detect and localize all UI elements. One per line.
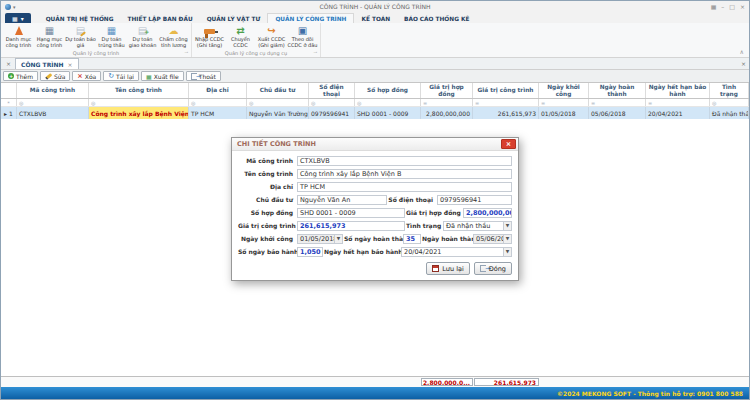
close-dialog-button[interactable]: Đóng	[474, 262, 512, 275]
so-ngay-hoan-thanh-field[interactable]: 35	[403, 234, 421, 244]
chevron-down-icon[interactable]: ▼	[503, 235, 511, 243]
filter-cell[interactable]: ◎	[247, 99, 309, 106]
dialog-body: Mã công trình CTXLBVB Tên công trình Côn…	[232, 151, 518, 280]
column-header[interactable]: Ngày hoàn thành	[589, 83, 646, 98]
column-header[interactable]: Số hợp đồng	[355, 83, 421, 98]
exit-button[interactable]: Thoát	[186, 71, 221, 81]
chu-dau-tu-field[interactable]: Nguyễn Văn An	[297, 195, 387, 205]
table-row[interactable]: ▸ 1 CTXLBVB Công trình xây lắp Bệnh Viện…	[1, 107, 749, 119]
so-ngay-bao-hanh-field[interactable]: 1,050	[297, 247, 323, 257]
ribbon-button-du-toan-bao-gia[interactable]: ▤ Dự toán báo giá	[65, 24, 96, 49]
tab-quan-ly-cong-trinh[interactable]: QUẢN LÝ CÔNG TRÌNH	[267, 13, 354, 23]
delete-button[interactable]: × Xóa	[72, 71, 101, 81]
tinh-trang-value: Đã nhận thầu	[444, 222, 503, 230]
cell-ngay-hoan-thanh[interactable]: 05/06/2018	[589, 107, 646, 119]
ten-cong-trinh-field[interactable]: Công trình xây lắp Bệnh Viện B	[297, 169, 512, 179]
filter-cell[interactable]: =	[646, 99, 710, 106]
gia-tri-hop-dong-field[interactable]: 2,800,000,000	[463, 208, 512, 218]
ribbon-button-label: Danh mục công trình	[3, 37, 34, 48]
tab-quan-tri-he-thong[interactable]: QUẢN TRỊ HỆ THỐNG	[39, 14, 121, 23]
cell-dia-chi[interactable]: TP HCM	[189, 107, 247, 119]
cell-tinh-trang[interactable]: Đã nhận thầu	[710, 107, 749, 119]
filter-cell[interactable]: ◎	[89, 99, 189, 106]
column-header[interactable]: Chủ đầu tư	[247, 83, 309, 98]
ribbon-button-xuat-ccdc[interactable]: ↪ Xuất CCDC (Ghi giảm)	[256, 24, 287, 49]
save-icon	[432, 265, 439, 272]
cell-so-dien-thoai[interactable]: 0979596941	[309, 107, 355, 119]
ngay-khoi-cong-picker[interactable]: 01/05/2018 ▼	[297, 234, 343, 244]
filter-cell[interactable]: =	[589, 99, 646, 106]
tab-ke-toan[interactable]: KẾ TOÁN	[354, 14, 397, 23]
ribbon-button-du-toan-giao-khoan[interactable]: ▤ Dự toán giao khoán	[127, 24, 158, 49]
ribbon-button-cham-cong-tinh-luong[interactable]: ☁ Chấm công tính lương	[158, 24, 189, 49]
tab-bao-cao-thong-ke[interactable]: BÁO CÁO THỐNG KÊ	[397, 14, 476, 23]
add-button[interactable]: + Thêm	[3, 71, 38, 81]
close-all-tabs-icon[interactable]: ×	[6, 60, 11, 67]
tab-quan-ly-vat-tu[interactable]: QUẢN LÝ VẬT TƯ	[200, 14, 268, 23]
gia-tri-cong-trinh-field[interactable]: 261,615,973	[297, 221, 405, 231]
column-header[interactable]: Địa chỉ	[189, 83, 247, 98]
doc-tab-cong-trinh[interactable]: CÔNG TRÌNH ×	[15, 58, 79, 69]
so-dien-thoai-field[interactable]: 0979596941	[437, 195, 512, 205]
close-tab-icon[interactable]: ×	[68, 61, 73, 68]
ngay-het-han-bao-hanh-picker[interactable]: 20/04/2021 ▼	[401, 247, 512, 257]
header-marker-cell	[1, 83, 17, 98]
so-hop-dong-field[interactable]: SHD 0001 - 0009	[297, 208, 405, 218]
cell-gia-tri-hop-dong[interactable]: 2,800,000,000	[421, 107, 473, 119]
column-header[interactable]: Giá trị hợp đồng	[421, 83, 473, 98]
cell-chu-dau-tu[interactable]: Nguyễn Văn Trường	[247, 107, 309, 119]
reload-button[interactable]: ↻ Tải lại	[103, 71, 139, 81]
ribbon-group-caption: Quản lý công trình ⌐	[3, 49, 189, 57]
edit-button[interactable]: Sửa	[40, 71, 70, 81]
dialog-launcher-icon[interactable]: ⌐	[313, 50, 317, 56]
ribbon-button-hang-muc-cong-trinh[interactable]: ▦ Hạng mục công trình	[34, 24, 65, 49]
ribbon-button-chuyen-ccdc[interactable]: ⇄ Chuyển CCDC	[225, 24, 256, 49]
save-button[interactable]: Lưu lại	[426, 262, 470, 275]
ribbon-button-nhap-ccdc[interactable]: Nhập CCDC (Ghi tăng)	[194, 24, 225, 49]
chevron-down-icon[interactable]: ▼	[503, 222, 511, 230]
filter-cell[interactable]: ◎	[355, 99, 421, 106]
minimize-button[interactable]: –	[721, 3, 724, 10]
close-panel-icon[interactable]: ×	[741, 60, 746, 67]
dialog-close-button[interactable]: ×	[501, 139, 516, 149]
export-file-button[interactable]: ▦ Xuất file	[141, 71, 184, 81]
tinh-trang-select[interactable]: Đã nhận thầu ▼	[443, 221, 512, 231]
application-menu-button[interactable]: ▦ ▾	[5, 13, 31, 23]
column-header[interactable]: Giá trị công trình	[473, 83, 539, 98]
column-header[interactable]: Số điện thoại	[309, 83, 355, 98]
chevron-down-icon[interactable]: ▼	[334, 235, 342, 243]
cell-so-hop-dong[interactable]: SHD 0001 - 0009	[355, 107, 421, 119]
style-icon[interactable]: ▦	[711, 3, 717, 10]
column-header[interactable]: Tên công trình	[89, 83, 189, 98]
ribbon-button-danh-muc-cong-trinh[interactable]: Danh mục công trình	[3, 24, 34, 49]
column-header[interactable]: Ngày khởi công	[539, 83, 589, 98]
cell-ma-cong-trinh[interactable]: CTXLBVB	[17, 107, 89, 119]
quick-access-toolbar[interactable]: ▾	[5, 4, 16, 10]
footer-text: ©2024 MEKONG SOFT - Thông tin hỗ trợ: 09…	[557, 390, 743, 397]
ngay-hoan-thanh-picker[interactable]: 05/06/2018 ▼	[473, 234, 512, 244]
dialog-launcher-icon[interactable]: ⌐	[184, 50, 188, 56]
ribbon-button-du-toan-trung-thau[interactable]: ▦ Dự toán trúng thầu	[96, 24, 127, 49]
column-header[interactable]: Tình trạng	[710, 83, 749, 98]
tab-thiet-lap-ban-dau[interactable]: THIẾT LẬP BAN ĐẦU	[120, 14, 199, 23]
filter-cell[interactable]: =	[539, 99, 589, 106]
filter-cell[interactable]: =	[421, 99, 473, 106]
filter-cell[interactable]: ◎	[309, 99, 355, 106]
ribbon-button-theo-doi-ccdc[interactable]: ▣ Theo dõi CCDC ở đâu	[287, 24, 318, 49]
filter-cell[interactable]: ◎	[189, 99, 247, 106]
cell-ngay-het-han-bao-hanh[interactable]: 20/04/2021	[646, 107, 710, 119]
filter-cell[interactable]: ◎	[17, 99, 89, 106]
chevron-down-icon[interactable]: ▼	[503, 248, 511, 256]
dia-chi-field[interactable]: TP HCM	[297, 182, 512, 192]
restore-button[interactable]: □	[729, 3, 735, 10]
filter-cell[interactable]: ◎	[710, 99, 749, 106]
column-header[interactable]: Mã công trình	[17, 83, 89, 98]
cell-ngay-khoi-cong[interactable]: 01/05/2018	[539, 107, 589, 119]
close-button[interactable]: ×	[740, 3, 745, 10]
ma-cong-trinh-field[interactable]: CTXLBVB	[297, 156, 512, 166]
cell-ten-cong-trinh[interactable]: Công trình xây lắp Bệnh Viện B	[89, 107, 189, 119]
cell-gia-tri-cong-trinh[interactable]: 261,615,973	[473, 107, 539, 119]
ribbon-collapse-icon[interactable]: ∧	[740, 48, 744, 55]
filter-cell[interactable]: =	[473, 99, 539, 106]
column-header[interactable]: Ngày hết hạn bảo hành	[646, 83, 710, 98]
